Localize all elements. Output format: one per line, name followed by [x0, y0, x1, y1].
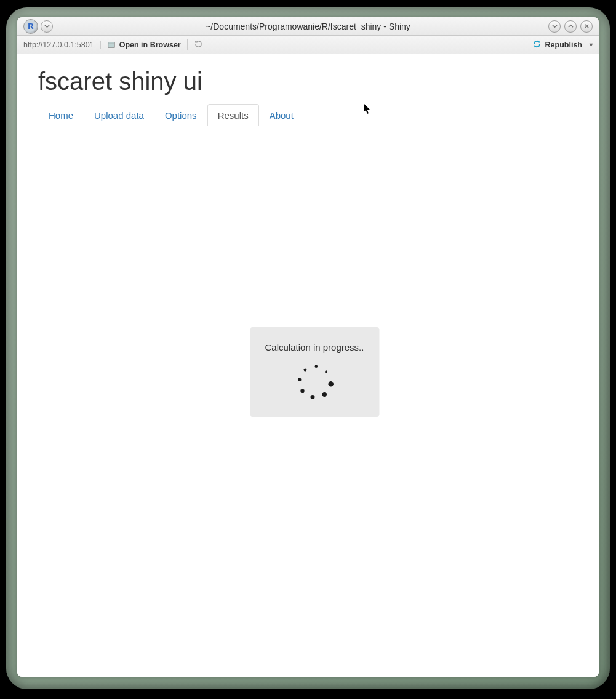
titlebar-dropdown-button[interactable] — [41, 20, 53, 33]
tab-upload-data[interactable]: Upload data — [84, 104, 154, 126]
republish-label: Republish — [545, 41, 582, 49]
url-display: http://127.0.0.1:5801 — [23, 41, 101, 49]
open-in-browser-label: Open in Browser — [119, 41, 181, 49]
page-content: fscaret shiny ui Home Upload data Option… — [17, 54, 599, 677]
maximize-button[interactable] — [564, 20, 577, 33]
open-in-browser-button[interactable]: Open in Browser — [107, 41, 181, 49]
chevron-down-icon — [44, 23, 50, 29]
window-title: ~/Documents/Programowanie/R/fscaret_shin… — [17, 22, 599, 31]
minimize-button[interactable] — [548, 20, 561, 33]
separator — [187, 39, 188, 50]
caret-down-icon: ▾ — [590, 41, 593, 48]
tab-results[interactable]: Results — [207, 104, 259, 126]
progress-dialog: Calculation in progress.. — [250, 327, 379, 417]
refresh-icon — [194, 39, 203, 49]
tab-about[interactable]: About — [259, 104, 304, 126]
close-button[interactable] — [580, 20, 593, 33]
browser-icon — [107, 41, 116, 49]
sync-icon — [532, 39, 542, 50]
close-icon — [584, 23, 590, 29]
r-logo-icon: R — [23, 19, 38, 34]
page-title: fscaret shiny ui — [38, 68, 578, 95]
republish-button[interactable]: Republish ▾ — [532, 39, 593, 50]
refresh-button[interactable] — [194, 39, 203, 50]
progress-message: Calculation in progress.. — [265, 342, 364, 353]
tab-options[interactable]: Options — [154, 104, 207, 126]
chevron-down-icon — [552, 23, 558, 29]
titlebar: R ~/Documents/Programowanie/R/fscaret_sh… — [17, 17, 599, 36]
chevron-up-icon — [568, 23, 574, 29]
toolbar: http://127.0.0.1:5801 Open in Browser Re… — [17, 36, 599, 54]
spinner-icon — [299, 366, 330, 397]
nav-tabs: Home Upload data Options Results About — [38, 104, 578, 126]
window: R ~/Documents/Programowanie/R/fscaret_sh… — [17, 17, 599, 677]
tab-home[interactable]: Home — [38, 104, 84, 126]
